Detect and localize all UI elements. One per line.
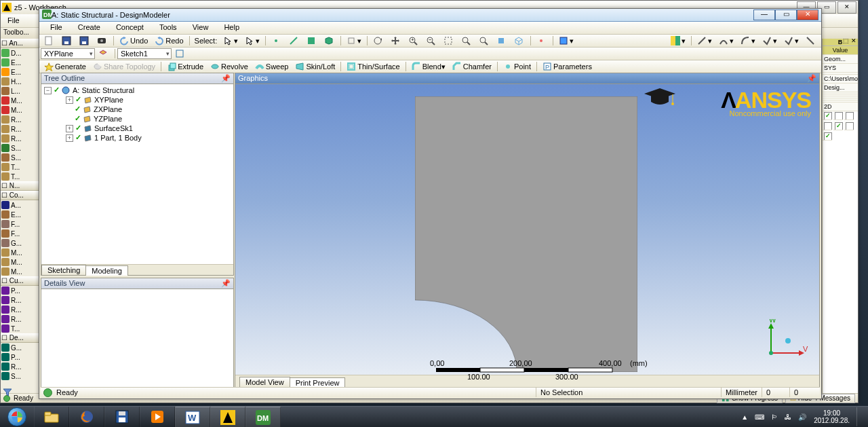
sweep-button[interactable]: Sweep xyxy=(252,60,292,73)
toolbox-item[interactable]: D... xyxy=(1,48,39,58)
filter-icon[interactable] xyxy=(3,388,12,398)
view-triad[interactable]: W V xyxy=(754,319,808,367)
prop-value[interactable]: SYS xyxy=(823,64,858,73)
taskbar-firefox[interactable] xyxy=(69,407,104,427)
toolbox-item[interactable]: E... xyxy=(1,58,39,67)
toolbox-item[interactable]: P... xyxy=(1,352,39,362)
taskbar-ansys[interactable] xyxy=(210,407,245,427)
rotate-icon[interactable] xyxy=(370,35,387,47)
expand-icon[interactable]: + xyxy=(66,125,73,132)
toolbox-item[interactable]: L... xyxy=(1,86,39,96)
toolbox-item[interactable]: S... xyxy=(1,371,39,381)
toolbox-item[interactable]: R... xyxy=(1,362,39,371)
save2-icon[interactable] xyxy=(77,35,93,47)
toolbox-header-new[interactable]: ☐ N... xyxy=(1,181,39,191)
new-plane-icon[interactable] xyxy=(96,48,112,60)
tree-outline-header[interactable]: Tree Outline📌 xyxy=(41,73,233,84)
pin-icon[interactable]: 📌 xyxy=(807,74,816,83)
zoom-fit-icon[interactable] xyxy=(458,35,475,47)
toolbox-item[interactable]: S... xyxy=(1,143,39,153)
tray-network-icon[interactable]: 🖧 xyxy=(785,413,791,421)
workbench-properties-panel[interactable]: ⬚ ✕ B Value Geom...SYSC:\Users\moln...\D… xyxy=(822,39,858,394)
prop-value[interactable]: C:\Users\moln...\Docu...\z5_files\dp0\SY… xyxy=(823,75,858,83)
poly-icon[interactable] xyxy=(803,35,819,47)
wb-menu-file[interactable]: File xyxy=(3,15,24,26)
blend-button[interactable]: Blend ▾ xyxy=(409,60,448,73)
point-button[interactable]: Point xyxy=(500,60,534,73)
pin-icon[interactable]: 📌 xyxy=(221,279,231,288)
sel-body-icon[interactable] xyxy=(321,35,338,47)
thin-surface-button[interactable]: Thin/Surface xyxy=(344,60,402,73)
tray-lang-icon[interactable]: ⌨ xyxy=(755,413,764,421)
tab-modeling[interactable]: Modeling xyxy=(85,265,128,276)
taskbar-word[interactable]: W xyxy=(175,407,210,427)
tray-clock[interactable]: 19:00 2012.09.28. xyxy=(814,409,850,424)
toolbox-item[interactable]: M... xyxy=(1,267,39,276)
prop-checkbox[interactable] xyxy=(844,111,854,120)
zoom-in-icon[interactable]: + xyxy=(406,35,422,47)
generate-button[interactable]: Generate xyxy=(41,60,89,73)
pin-icon[interactable]: 📌 xyxy=(221,74,231,83)
tray-volume-icon[interactable]: 🔊 xyxy=(798,413,806,421)
dm-menu-view[interactable]: View xyxy=(186,22,216,33)
dm-minimize-button[interactable]: — xyxy=(753,10,775,20)
tab-model-view[interactable]: Model View xyxy=(239,377,290,387)
save-icon[interactable] xyxy=(59,35,75,47)
skinloft-button[interactable]: Skin/Loft xyxy=(292,60,338,73)
toolbox-item[interactable]: T... xyxy=(1,172,39,181)
toolbox-item[interactable]: T... xyxy=(1,324,39,333)
prop-checkbox[interactable] xyxy=(833,111,843,120)
dm-toolbar-2[interactable]: XYPlane Sketch1 xyxy=(39,48,821,60)
expand-icon[interactable]: + xyxy=(66,134,73,142)
toolbox-item[interactable]: E... xyxy=(1,210,39,219)
toolbox-header-components[interactable]: ☐ Co... xyxy=(1,191,39,200)
prop-checkbox[interactable]: ✓ xyxy=(823,132,832,141)
dm-menu-file[interactable]: File xyxy=(43,22,69,33)
extrude-button[interactable]: Extrude xyxy=(164,60,206,73)
rect-icon[interactable]: ▾ xyxy=(760,35,780,47)
toolbox-item[interactable]: R... xyxy=(1,115,39,124)
dm-menu-concept[interactable]: Concept xyxy=(109,22,151,33)
show-desktop-button[interactable] xyxy=(856,407,863,426)
tree-node[interactable]: ✓YZPlane xyxy=(43,114,232,124)
windows-taskbar[interactable]: W DM ▲ ⌨ 🏳 🖧 🔊 19:00 2012.09.28. xyxy=(0,406,868,427)
zoom-icon[interactable] xyxy=(476,35,492,47)
toolbox-item[interactable]: M... xyxy=(1,257,39,267)
prop-value[interactable]: 2D xyxy=(823,103,858,111)
spline-icon[interactable]: ▾ xyxy=(716,35,736,47)
dm-toolbar-1[interactable]: Undo Redo Select: ▾ ▾ ▾ + − ▾ ▾ ▾ ▾ ▾ ▾ … xyxy=(39,35,821,48)
details-view-header[interactable]: Details View📌 xyxy=(41,278,233,289)
prop-checkbox[interactable] xyxy=(823,122,832,130)
extend-sel-icon[interactable]: ▾ xyxy=(344,35,364,47)
tree-node[interactable]: ✓ZXPlane xyxy=(43,105,232,114)
toolbox-item[interactable]: R... xyxy=(1,134,39,143)
geometry-body[interactable] xyxy=(415,96,637,372)
toolbox-header-design[interactable]: ☐ De... xyxy=(1,333,39,343)
tree-node[interactable]: +✓XYPlane xyxy=(43,95,232,105)
dm-toolbar-3[interactable]: Generate Share Topology Extrude Revolve … xyxy=(39,60,821,73)
toolbox-item[interactable]: S... xyxy=(1,153,39,162)
expand-icon[interactable]: + xyxy=(66,96,73,104)
redo-button[interactable]: Redo xyxy=(152,35,186,47)
sketch-selector[interactable]: Sketch1 xyxy=(117,48,172,59)
prop-checkbox[interactable]: ✓ xyxy=(823,111,832,120)
prop-checkbox[interactable] xyxy=(844,122,854,130)
tray-flag-icon[interactable]: 🏳 xyxy=(771,413,778,421)
tree-node[interactable]: +✓1 Part, 1 Body xyxy=(43,133,232,143)
toolbox-header-custom[interactable]: ☐ Cu... xyxy=(1,276,39,286)
select-filter-icon[interactable]: ▾ xyxy=(242,35,262,47)
zoom-out-icon[interactable]: − xyxy=(423,35,439,47)
dm-maximize-button[interactable]: ▭ xyxy=(775,10,797,20)
taskbar-explorer[interactable] xyxy=(34,407,69,427)
prop-value[interactable]: Desig... xyxy=(823,83,858,92)
wb-close-button[interactable]: ✕ xyxy=(837,1,856,14)
tree-outline[interactable]: − ✓ A: Static Structural +✓XYPlane✓ZXPla… xyxy=(41,84,233,264)
toolbox-item[interactable]: F... xyxy=(1,219,39,229)
circle-icon[interactable]: ▾ xyxy=(781,35,802,47)
sel-vertex-icon[interactable] xyxy=(269,35,285,47)
toolbox-item[interactable]: G... xyxy=(1,343,39,352)
toolbox-item[interactable]: G... xyxy=(1,238,39,248)
sel-edge-icon[interactable] xyxy=(286,35,302,47)
revolve-button[interactable]: Revolve xyxy=(208,60,251,73)
toolbox-item[interactable]: M... xyxy=(1,96,39,105)
